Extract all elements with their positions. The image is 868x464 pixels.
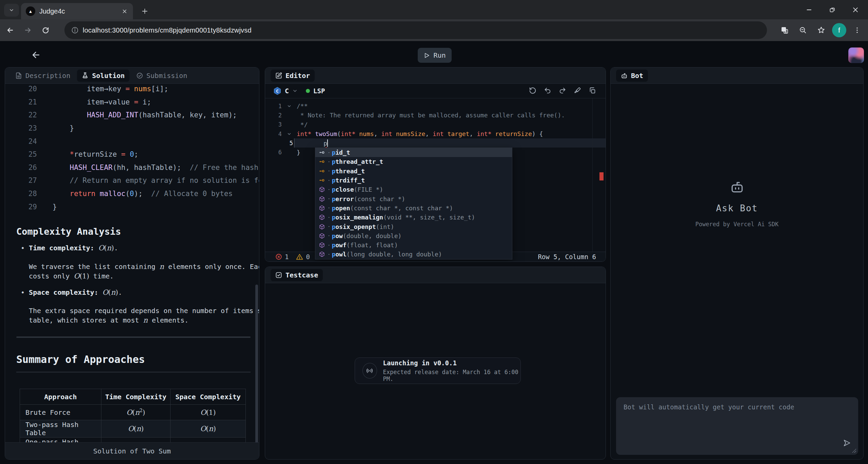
paintbrush-icon: [574, 87, 581, 94]
judge4c-app: Run Description Solution Submission 20: [0, 41, 868, 464]
panel-scrollbar[interactable]: [255, 285, 258, 454]
window-controls: [803, 0, 868, 19]
triangle-alert-icon: [296, 253, 303, 260]
circle-check-icon: [136, 72, 143, 79]
play-icon: [423, 52, 430, 59]
code-line-27: 27 // Return an empty array if no soluti…: [5, 174, 259, 187]
translate-icon[interactable]: G: [777, 23, 792, 38]
editor-actions: [529, 87, 596, 94]
suggestion-perror[interactable]: ·perror(const char *): [315, 194, 512, 203]
undo-button[interactable]: [544, 87, 551, 94]
error-overview-marker: [599, 172, 604, 180]
new-tab-button[interactable]: [138, 5, 151, 18]
bot-message-input[interactable]: [616, 397, 858, 455]
file-text-icon: [15, 72, 22, 79]
reset-code-button[interactable]: [529, 87, 536, 94]
tab-editor[interactable]: Editor: [271, 70, 315, 82]
time-complexity-bullet: • Time complexity: O(n).: [21, 244, 118, 252]
restore-button[interactable]: [826, 3, 839, 16]
table-row: Two-pass Hash TableO(n)O(n): [20, 420, 246, 438]
bot-icon: [730, 179, 745, 194]
suggestion-powf[interactable]: ·powf(float, float): [315, 240, 512, 250]
tab-bot[interactable]: Bot: [616, 70, 648, 82]
table-header: Time Complexity: [101, 389, 171, 405]
editor-line-5[interactable]: 55 p: [294, 138, 606, 148]
app-back-button[interactable]: [28, 49, 43, 61]
suggestion-posix_memalign[interactable]: ·posix_memalign(void **, size_t, size_t): [315, 213, 512, 222]
suggestion-ptrdiff_t[interactable]: ·ptrdiff_t: [315, 176, 512, 185]
tab-label: Description: [25, 72, 70, 80]
profile-avatar[interactable]: f: [832, 23, 846, 37]
editor-line-2[interactable]: 2 * Note: The returned array must be mal…: [265, 111, 606, 120]
suggestion-pclose[interactable]: ·pclose(FILE *): [315, 185, 512, 194]
code-line-23: 23 }: [5, 122, 259, 135]
tab-solution[interactable]: Solution: [77, 70, 129, 82]
suggestion-pthread_attr_t[interactable]: ·pthread_attr_t: [315, 157, 512, 166]
code-line-24: 24: [5, 135, 259, 148]
tab-submission[interactable]: Submission: [132, 70, 192, 82]
tab-testcase[interactable]: Testcase: [271, 269, 323, 281]
site-info-icon[interactable]: [71, 26, 79, 34]
suggestion-popen[interactable]: ·popen(const char *, const char *): [315, 204, 512, 213]
module-icon: [318, 251, 326, 257]
code-line-20: 20 item→key = nums[i];: [5, 82, 259, 96]
suggestion-pthread_t[interactable]: ·pthread_t: [315, 167, 512, 176]
suggestion-pow[interactable]: ·pow(double, double): [315, 231, 512, 240]
toast-subtitle: Expected release date: March 16 at 6:00 …: [383, 369, 520, 382]
kebab-menu-icon[interactable]: [850, 23, 865, 38]
tab-label: Solution: [92, 72, 124, 80]
minimize-button[interactable]: [803, 3, 816, 16]
rotate-ccw-icon: [529, 87, 536, 94]
toast-title: Launching in v0.0.1: [383, 359, 520, 367]
send-button[interactable]: [843, 439, 851, 447]
run-button[interactable]: Run: [418, 48, 452, 63]
format-code-button[interactable]: [574, 87, 581, 94]
solution-code-block: 20 item→key = nums[i];21 item→value = i;…: [5, 82, 259, 213]
tab-close-icon[interactable]: [119, 6, 130, 16]
warning-count: 0: [296, 253, 310, 260]
back-button[interactable]: [3, 23, 18, 38]
suggestion-pid_t[interactable]: ·pid_t: [315, 148, 512, 157]
suggestion-posix_openpt[interactable]: ·posix_openpt(int): [315, 222, 512, 231]
tab-search-button[interactable]: [4, 4, 19, 17]
language-select[interactable]: C C LSP: [273, 87, 325, 95]
bot-empty-state: Ask Bot Powered by Vercel Ai SDK: [611, 179, 863, 228]
summary-heading: Summary of Approaches: [16, 353, 145, 365]
code-line-22: 22 HASH_ADD_INT(hashTable, key, item);: [5, 109, 259, 122]
bookmark-star-icon[interactable]: [814, 23, 829, 38]
problem-panel-tabs: Description Solution Submission: [5, 67, 259, 84]
svg-text:C: C: [276, 89, 279, 94]
module-icon: [318, 205, 326, 211]
editor-scrollbar-track: [592, 98, 593, 253]
divider: [16, 336, 251, 338]
tab-label: Bot: [631, 72, 643, 80]
editor-line-3[interactable]: 3 */: [265, 120, 606, 129]
resize-grip[interactable]: [852, 449, 856, 453]
zoom-icon[interactable]: [795, 23, 810, 38]
browser-tab[interactable]: ▲ Judge4c: [21, 3, 133, 19]
tab-label: Editor: [285, 72, 310, 80]
editor-line-4[interactable]: 4int* twoSum(int* nums, int numsSize, in…: [265, 129, 606, 138]
module-icon: [318, 214, 326, 220]
url-bar[interactable]: localhost:3000/problems/cm8pjqdem0001ty8…: [64, 21, 767, 39]
user-avatar[interactable]: [848, 47, 864, 63]
autocomplete-popup[interactable]: ·pid_t·pthread_attr_t·pthread_t·ptrdiff_…: [315, 148, 512, 259]
copy-code-button[interactable]: [589, 87, 596, 94]
code-line-28: 28 return malloc(0); // Allocate 0 bytes: [5, 187, 259, 200]
editor-line-1[interactable]: 1/**: [265, 101, 606, 111]
send-icon: [843, 439, 851, 447]
time-complexity-paragraph: We traverse the list containing n elemen…: [29, 262, 259, 281]
redo-button[interactable]: [559, 87, 566, 94]
forward-button[interactable]: [20, 23, 35, 38]
judge4c-favicon: ▲: [26, 6, 35, 16]
reload-button[interactable]: [38, 23, 53, 38]
suggestion-powl[interactable]: ·powl(long double, long double): [315, 250, 512, 259]
code-line-21: 21 item→value = i;: [5, 96, 259, 109]
close-window-button[interactable]: [849, 3, 862, 16]
tab-label: Testcase: [285, 271, 318, 279]
interface-icon: [318, 159, 326, 165]
space-complexity-paragraph: The extra space required depends on the …: [29, 306, 259, 325]
bot-empty-subtitle: Powered by Vercel Ai SDK: [611, 221, 863, 228]
chevron-down-icon: [292, 88, 298, 94]
tab-description[interactable]: Description: [11, 70, 75, 82]
